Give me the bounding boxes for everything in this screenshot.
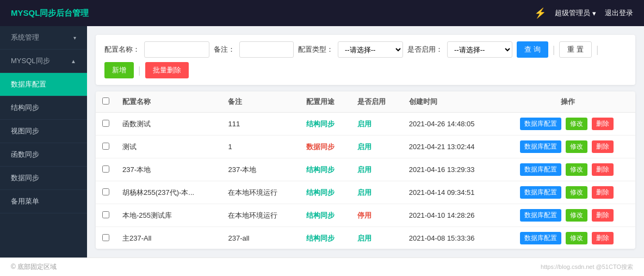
delete-button-5[interactable]: 删除	[592, 232, 614, 244]
db-config-button-0[interactable]: 数据库配置	[520, 118, 561, 130]
th-checkbox	[96, 91, 116, 113]
query-button[interactable]: 查 询	[517, 41, 548, 58]
table-body: 函数测试 111 结构同步 启用 2021-04-26 14:48:05 数据库…	[96, 113, 635, 249]
separator-3: |	[138, 65, 141, 76]
sidebar-item-struct-sync[interactable]: 结构同步	[0, 96, 87, 120]
row-type-0: 结构同步	[300, 113, 351, 136]
name-input[interactable]	[144, 41, 209, 58]
th-name: 配置名称	[116, 91, 221, 113]
row-checkbox-cell	[96, 158, 116, 181]
row-checkbox-cell	[96, 227, 116, 249]
row-note-5: 237-all	[221, 227, 299, 249]
footer-left: © 底部固定区域	[11, 262, 57, 272]
sidebar-item-db-config[interactable]: 数据库配置	[0, 73, 87, 96]
delete-button-3[interactable]: 删除	[592, 186, 614, 199]
table-row: 测试 1 数据同步 启用 2021-04-21 13:02:44 数据库配置 修…	[96, 136, 635, 158]
edit-button-4[interactable]: 修改	[566, 209, 587, 222]
row-checkbox-3[interactable]	[102, 188, 109, 195]
th-note: 备注	[221, 91, 299, 113]
row-name-2: 237-本地	[116, 158, 221, 181]
row-type-5: 结构同步	[300, 227, 351, 249]
enable-select[interactable]: --请选择--	[447, 41, 512, 58]
row-type-1: 数据同步	[300, 136, 351, 158]
logout-button[interactable]: 退出登录	[605, 8, 633, 18]
add-button[interactable]: 新增	[104, 62, 134, 78]
table-row: 主237-All 237-all 结构同步 启用 2021-04-08 15:3…	[96, 227, 635, 249]
sidebar-item-backup-menu[interactable]: 备用菜单	[0, 190, 87, 213]
row-checkbox-2[interactable]	[102, 165, 109, 173]
sidebar-item-system-management[interactable]: 系统管理 ▾	[0, 26, 87, 50]
sidebar-item-data-sync[interactable]: 数据同步	[0, 167, 87, 190]
edit-button-1[interactable]: 修改	[566, 140, 587, 153]
data-table-wrap: 配置名称 备注 配置用途 是否启用 创建时间 操作 函数测试 111 结构同步 …	[96, 91, 635, 249]
delete-button-4[interactable]: 删除	[592, 209, 614, 222]
table-row: 237-本地 237-本地 结构同步 启用 2021-04-16 13:29:3…	[96, 158, 635, 181]
data-table: 配置名称 备注 配置用途 是否启用 创建时间 操作 函数测试 111 结构同步 …	[96, 91, 635, 249]
row-name-1: 测试	[116, 136, 221, 158]
row-checkbox-0[interactable]	[102, 120, 109, 127]
row-checkbox-5[interactable]	[102, 234, 109, 241]
edit-button-2[interactable]: 修改	[566, 163, 587, 176]
user-menu[interactable]: 超级管理员 ▾	[555, 8, 596, 18]
row-enabled-0: 启用	[351, 113, 403, 136]
row-created-3: 2021-04-14 09:34:51	[403, 181, 500, 204]
row-type-4: 结构同步	[300, 204, 351, 227]
name-label: 配置名称：	[104, 45, 140, 54]
footer: © 底部固定区域 https://blog.csdn.net @51CTO搜索	[0, 257, 644, 276]
note-input[interactable]	[239, 41, 294, 58]
select-all-checkbox[interactable]	[102, 97, 109, 105]
sidebar-item-label: 函数同步	[11, 150, 39, 160]
chevron-up-icon: ▲	[71, 58, 76, 64]
separator-2: |	[596, 44, 599, 56]
table-row: 本地-255测试库 在本地环境运行 结构同步 停用 2021-04-10 14:…	[96, 204, 635, 227]
username: 超级管理员	[555, 8, 590, 18]
db-config-button-2[interactable]: 数据库配置	[520, 163, 561, 176]
row-checkbox-cell	[96, 113, 116, 136]
row-type-3: 结构同步	[300, 181, 351, 204]
row-ops-5: 数据库配置 修改 删除	[500, 227, 635, 249]
row-name-5: 主237-All	[116, 227, 221, 249]
header-right: ⚡ 超级管理员 ▾ 退出登录	[534, 7, 633, 19]
db-config-button-3[interactable]: 数据库配置	[520, 186, 561, 199]
reset-button[interactable]: 重 置	[559, 41, 592, 58]
type-select[interactable]: --请选择--	[338, 41, 403, 58]
sidebar-item-mysql-sync[interactable]: MYSQL同步 ▲	[0, 50, 87, 73]
delete-button-2[interactable]: 删除	[592, 163, 614, 176]
sidebar-item-view-sync[interactable]: 视图同步	[0, 120, 87, 143]
row-checkbox-cell	[96, 204, 116, 227]
edit-button-3[interactable]: 修改	[566, 186, 587, 199]
batch-delete-button[interactable]: 批量删除	[145, 62, 189, 78]
sidebar-item-label: 视图同步	[11, 126, 39, 136]
table-row: 胡杨林255(237代)-本... 在本地环境运行 结构同步 启用 2021-0…	[96, 181, 635, 204]
db-config-button-4[interactable]: 数据库配置	[520, 209, 561, 222]
edit-button-5[interactable]: 修改	[566, 232, 587, 244]
separator-1: |	[553, 44, 555, 56]
sidebar-item-label: 数据库配置	[11, 79, 46, 89]
search-bar: 配置名称： 备注： 配置类型： --请选择-- 是否启用： --请选择-- 查 …	[96, 35, 635, 85]
sidebar-item-label: 系统管理	[11, 33, 39, 42]
row-name-4: 本地-255测试库	[116, 204, 221, 227]
row-created-4: 2021-04-10 14:28:26	[403, 204, 500, 227]
row-note-2: 237-本地	[221, 158, 299, 181]
row-created-1: 2021-04-21 13:02:44	[403, 136, 500, 158]
type-label: 配置类型：	[298, 45, 333, 54]
row-checkbox-1[interactable]	[102, 143, 109, 150]
sidebar: 系统管理 ▾ MYSQL同步 ▲ 数据库配置 结构同步 视图同步 函数同步 数据…	[0, 26, 87, 257]
db-config-button-1[interactable]: 数据库配置	[520, 140, 561, 153]
th-created: 创建时间	[403, 91, 500, 113]
row-created-0: 2021-04-26 14:48:05	[403, 113, 500, 136]
header-icon: ⚡	[534, 7, 546, 19]
row-ops-1: 数据库配置 修改 删除	[500, 136, 635, 158]
content-area: 配置名称： 备注： 配置类型： --请选择-- 是否启用： --请选择-- 查 …	[87, 26, 644, 257]
sidebar-item-func-sync[interactable]: 函数同步	[0, 143, 87, 167]
row-checkbox-4[interactable]	[102, 211, 109, 218]
delete-button-1[interactable]: 删除	[592, 140, 614, 153]
row-checkbox-cell	[96, 181, 116, 204]
edit-button-0[interactable]: 修改	[566, 118, 587, 130]
row-note-4: 在本地环境运行	[221, 204, 299, 227]
row-note-3: 在本地环境运行	[221, 181, 299, 204]
delete-button-0[interactable]: 删除	[592, 118, 614, 130]
db-config-button-5[interactable]: 数据库配置	[520, 232, 561, 244]
row-name-0: 函数测试	[116, 113, 221, 136]
main-layout: 系统管理 ▾ MYSQL同步 ▲ 数据库配置 结构同步 视图同步 函数同步 数据…	[0, 26, 644, 257]
